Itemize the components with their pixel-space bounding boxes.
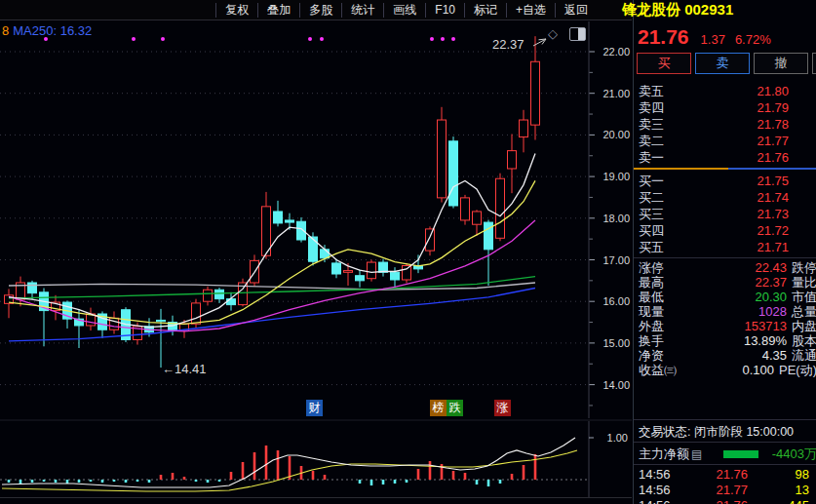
stat-value: 13.89% <box>688 333 787 348</box>
trading-terminal-window: 复权叠加多股统计画线F10标记+自选返回 22.0021.0020.0019.0… <box>0 0 816 504</box>
indicator-tag[interactable]: 跌 <box>447 400 463 416</box>
order-level-label: 买三 <box>634 206 680 223</box>
buy-button[interactable]: 买 <box>637 53 691 74</box>
indicator-tag[interactable]: 财 <box>306 400 323 416</box>
main-net-flow-row: 主力净额 ▤ -4403万 <box>639 446 816 462</box>
stat-label2: PE(动) <box>779 362 816 379</box>
stat-value: 153713 <box>688 319 787 333</box>
svg-text:18.00: 18.00 <box>602 213 630 224</box>
order-level-label: 买一 <box>634 173 680 190</box>
list-icon[interactable]: ▤ <box>691 447 702 461</box>
ma-gray <box>9 283 535 290</box>
diamond-marker-icon[interactable]: ◇ <box>548 27 558 40</box>
ask-row[interactable]: 卖四21.79 <box>634 99 816 116</box>
stock-code: 002931 <box>684 1 733 18</box>
order-price: 21.71 <box>680 240 789 254</box>
session-status: 交易状态: 闭市阶段 15:00:00 <box>639 424 794 441</box>
order-level-label: 买五 <box>634 239 680 256</box>
split-panel-icon[interactable] <box>569 27 586 41</box>
order-level-label: 买二 <box>634 189 680 207</box>
order-level-label: 卖五 <box>634 83 680 100</box>
order-level-label: 买四 <box>634 222 680 240</box>
bid-row[interactable]: 买四21.72 <box>634 222 816 239</box>
divider-right-segment <box>728 168 816 170</box>
order-price: 21.75 <box>680 174 789 188</box>
order-level-label: 卖三 <box>634 116 680 134</box>
tick-price: 21.77 <box>683 483 748 497</box>
main-net-flow-value: -4403万 <box>772 446 816 463</box>
tick-volume: 13 <box>748 483 816 497</box>
tick-price: 21.76 <box>683 498 748 504</box>
high-price-annotation: 22.37 <box>492 37 525 52</box>
extra-button-clipped[interactable] <box>812 53 816 74</box>
tick-price: 21.76 <box>683 467 748 482</box>
divider-left-segment <box>634 168 728 170</box>
svg-text:20.00: 20.00 <box>602 129 630 140</box>
stat-value: 4.35 <box>688 348 787 363</box>
tick-volume: 98 <box>748 467 816 482</box>
bid-row[interactable]: 买一21.75 <box>634 173 816 189</box>
tick-row: 14:5621.7713 <box>634 482 816 497</box>
ma250-legend: MA250: 16.32 <box>13 23 92 38</box>
svg-text:14.00: 14.00 <box>602 379 630 391</box>
order-level-label: 卖四 <box>634 99 680 117</box>
bid-row[interactable]: 买三21.73 <box>634 206 816 222</box>
price-row: 21.76 1.37 6.72% <box>638 25 771 49</box>
separator <box>634 442 816 443</box>
ask-levels: 卖五21.80卖四21.79卖三21.78卖二21.77卖一21.76 <box>634 83 816 166</box>
order-level-label: 卖二 <box>634 133 680 150</box>
separator <box>634 419 816 420</box>
tick-row: 14:5621.7698 <box>634 466 816 482</box>
tick-list[interactable]: 14:5621.769814:5621.771314:5621.76445 <box>634 466 816 504</box>
ask-row[interactable]: 卖二21.77 <box>634 133 816 149</box>
stat-value: 0.100 <box>684 363 774 377</box>
order-price: 21.74 <box>680 190 789 205</box>
ma-legend: 8MA250: 16.32 <box>2 23 92 38</box>
order-price: 21.73 <box>680 207 789 221</box>
indicator-tag[interactable]: 榜 <box>430 400 447 416</box>
stock-name: 锋龙股份 <box>622 1 680 18</box>
sell-button[interactable]: 卖 <box>695 53 750 74</box>
ask-row[interactable]: 卖三21.78 <box>634 116 816 133</box>
stat-value: 1028 <box>688 304 787 319</box>
low-price-annotation: ←14.41 <box>162 362 207 376</box>
order-price: 21.72 <box>680 223 789 238</box>
ma-legend-prefix: 8 <box>2 23 9 38</box>
split-panel-icon-half <box>578 28 585 40</box>
main-net-flow-label: 主力净额 <box>639 446 689 463</box>
bid-row[interactable]: 买五21.71 <box>634 239 816 255</box>
kline-chart-canvas[interactable]: 22.0021.0020.0019.0018.0017.0016.0015.00… <box>0 0 632 504</box>
svg-text:1.00: 1.00 <box>607 432 628 444</box>
price-change-percent: 6.72% <box>735 32 771 47</box>
tick-volume: 445 <box>748 498 816 504</box>
tick-time: 14:56 <box>634 483 683 497</box>
svg-text:17.00: 17.00 <box>602 254 630 266</box>
order-price: 21.79 <box>680 100 789 115</box>
last-price: 21.76 <box>638 25 689 49</box>
order-price: 21.77 <box>680 134 789 148</box>
price-change: 1.37 <box>701 32 725 47</box>
stock-title: 锋龙股份 002931 <box>622 1 816 19</box>
tick-time: 14:56 <box>634 498 683 504</box>
stat-value: 22.43 <box>688 260 787 275</box>
stat-label: 收益㈢ <box>634 362 684 379</box>
ask-row[interactable]: 卖一21.76 <box>634 149 816 166</box>
bid-row[interactable]: 买二21.74 <box>634 189 816 206</box>
order-book-divider <box>634 168 816 170</box>
order-price: 21.78 <box>680 117 789 132</box>
cancel-order-button[interactable]: 撤 <box>754 53 808 74</box>
ask-row[interactable]: 卖五21.80 <box>634 83 816 99</box>
order-price: 21.80 <box>680 84 789 98</box>
indicator-tag[interactable]: 涨 <box>494 400 511 416</box>
main-net-flow-gauge <box>723 450 758 458</box>
order-level-label: 卖一 <box>634 149 680 167</box>
svg-text:15.00: 15.00 <box>602 337 630 349</box>
svg-text:22.00: 22.00 <box>602 46 630 58</box>
stats-panel: 涨停22.43跌停最高22.37量比最低20.30市值现量1028总量外盘153… <box>634 260 816 377</box>
svg-text:19.00: 19.00 <box>602 171 630 182</box>
separator <box>634 464 816 465</box>
svg-text:21.00: 21.00 <box>602 88 630 99</box>
quote-panel: 锋龙股份 002931 21.76 1.37 6.72% 买 卖 撤 卖五21.… <box>633 0 816 504</box>
bid-levels: 买一21.75买二21.74买三21.73买四21.72买五21.71 <box>634 173 816 255</box>
order-price: 21.76 <box>680 150 789 165</box>
